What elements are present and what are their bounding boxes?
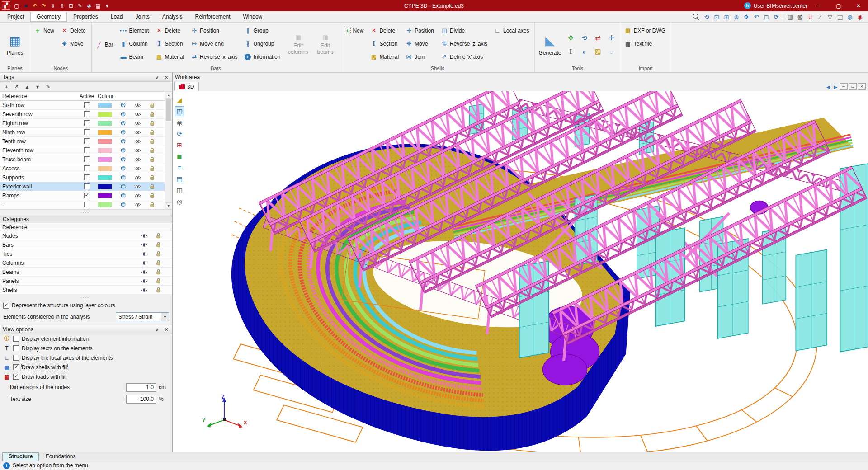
measure-icon[interactable]: ∕ (816, 12, 825, 21)
redraw-icon[interactable]: ⟳ (772, 12, 781, 21)
category-row[interactable]: Columns (0, 258, 172, 268)
eye-icon[interactable] (130, 121, 145, 126)
snap-magnet-icon[interactable]: ∪ (806, 12, 815, 21)
view-cube-icon[interactable]: ◳ (175, 106, 184, 116)
bars-new-button[interactable]: ╱Bar (94, 38, 117, 52)
eye-icon[interactable] (130, 148, 145, 153)
close-button[interactable]: ✕ (850, 0, 867, 11)
lock-icon[interactable] (145, 156, 159, 162)
active-checkbox[interactable] (84, 129, 90, 135)
lock-icon[interactable] (145, 202, 159, 207)
shells-local-axes-button[interactable]: ∟Local axes (492, 24, 533, 37)
text-size-input[interactable] (126, 395, 156, 404)
eye-icon[interactable] (130, 139, 145, 144)
full-window-icon[interactable]: ◻ (762, 12, 771, 21)
menu-reinforcement[interactable]: Reinforcement (189, 12, 237, 22)
eye-icon[interactable] (130, 166, 145, 171)
tab-structure[interactable]: Structure (2, 452, 39, 461)
tags-scrollbar[interactable]: ▲ ▼ (165, 92, 172, 209)
zoom-tool-icon[interactable]: ◌ (606, 46, 617, 57)
shells-delete-button[interactable]: ✕Delete (368, 24, 402, 37)
minimize-view-button[interactable]: ─ (840, 83, 848, 90)
rotate-tool-icon[interactable]: ⟲ (579, 33, 590, 43)
tag-row[interactable]: Eleventh row (0, 146, 165, 155)
node-dimensions-input[interactable] (126, 383, 156, 392)
cube-icon[interactable] (116, 174, 130, 180)
category-row[interactable]: Panels (0, 277, 172, 286)
groups-icon[interactable]: ▤ (175, 174, 184, 184)
shells-material-button[interactable]: ▩Material (368, 50, 402, 63)
shells-new-button[interactable]: +New (342, 24, 367, 37)
active-checkbox[interactable] (84, 165, 90, 171)
move-tool-icon[interactable]: ✥ (565, 33, 576, 43)
orbit-icon[interactable]: ⟳ (175, 129, 184, 139)
category-row[interactable]: Bars (0, 240, 172, 249)
reference-plane-icon[interactable]: ◢ (175, 95, 184, 105)
lock-icon[interactable] (151, 269, 165, 275)
bars-reverse-x-button[interactable]: ⇄Reverse 'x' axis (189, 50, 241, 63)
maximize-button[interactable]: ▢ (830, 0, 847, 11)
colour-swatch[interactable] (98, 193, 112, 198)
zoom-window-icon[interactable]: ⊞ (722, 12, 731, 21)
tag-row[interactable]: Exterior wall (0, 182, 165, 191)
active-checkbox[interactable] (84, 120, 90, 126)
eye-icon[interactable] (130, 175, 145, 180)
cube-icon[interactable] (116, 165, 130, 171)
bars-material-button[interactable]: ▩Material (153, 50, 188, 63)
eye-icon[interactable] (130, 193, 145, 198)
render-icon[interactable]: ◉ (855, 12, 864, 21)
next-tab-icon[interactable]: ▶ (832, 85, 839, 89)
lock-icon[interactable] (151, 242, 165, 248)
lock-icon[interactable] (151, 251, 165, 257)
bimserver-sync-icon[interactable]: ◍ (845, 12, 854, 21)
colour-swatch[interactable] (98, 157, 112, 162)
colour-swatch[interactable] (98, 175, 112, 180)
grid-table-icon[interactable]: ⊞ (175, 140, 184, 150)
collapse-panel-icon[interactable]: ∨ (154, 74, 160, 80)
nodes-new-button[interactable]: +New (32, 24, 58, 37)
colour-swatch[interactable] (98, 139, 112, 144)
scroll-thumb[interactable] (166, 99, 171, 121)
lock-icon[interactable] (145, 183, 159, 189)
colour-swatch[interactable] (98, 148, 112, 153)
tag-row[interactable]: - (0, 200, 165, 209)
scroll-up-icon[interactable]: ▲ (165, 92, 172, 99)
move-tag-down-icon[interactable]: ▼ (34, 84, 41, 90)
adjust-tool-icon[interactable]: ✛ (606, 33, 617, 43)
previous-view-icon[interactable]: ↶ (752, 12, 761, 21)
option-checkbox[interactable] (13, 336, 19, 342)
stadium-model[interactable] (186, 91, 868, 452)
assign-tag-icon[interactable]: ✎ (45, 84, 51, 90)
option-checkbox[interactable] (13, 374, 19, 380)
eye-icon[interactable] (137, 270, 151, 274)
zoom-extents-icon[interactable]: ⊡ (712, 12, 721, 21)
bars-beam-button[interactable]: ▬Beam (118, 50, 152, 63)
cube-icon[interactable] (116, 147, 130, 153)
active-checkbox[interactable] (84, 193, 90, 198)
colour-swatch[interactable] (98, 166, 112, 171)
option-checkbox[interactable] (13, 364, 19, 370)
category-row[interactable]: Beams (0, 268, 172, 277)
separator-1[interactable] (782, 13, 785, 20)
menu-project[interactable]: Project (1, 12, 30, 22)
colour-swatch[interactable] (98, 121, 112, 126)
calculate-icon[interactable]: ◈ (85, 1, 94, 10)
active-checkbox[interactable] (84, 102, 90, 108)
cube-icon[interactable] (116, 120, 130, 126)
menu-analysis[interactable]: Analysis (156, 12, 189, 22)
lock-icon[interactable] (145, 174, 159, 180)
move-tag-up-icon[interactable]: ▲ (24, 84, 30, 90)
import-icon[interactable]: ⇓ (48, 1, 57, 10)
shells-section-button[interactable]: ISection (368, 37, 402, 50)
tables-icon[interactable]: ⊞ (66, 1, 75, 10)
bars-group-button[interactable]: ∥Group (242, 24, 284, 37)
tag-row[interactable]: Eighth row (0, 119, 165, 128)
rotate-view-icon[interactable]: ⟲ (702, 12, 711, 21)
shells-table-icon[interactable]: ▩ (796, 12, 805, 21)
orbit-tool-icon[interactable]: ◐ (579, 46, 590, 57)
add-tag-icon[interactable]: + (3, 84, 9, 90)
menu-load[interactable]: Load (104, 12, 129, 22)
lock-icon[interactable] (145, 147, 159, 153)
eye-icon[interactable] (130, 202, 145, 207)
bars-move-end-button[interactable]: ↦Move end (189, 37, 241, 50)
